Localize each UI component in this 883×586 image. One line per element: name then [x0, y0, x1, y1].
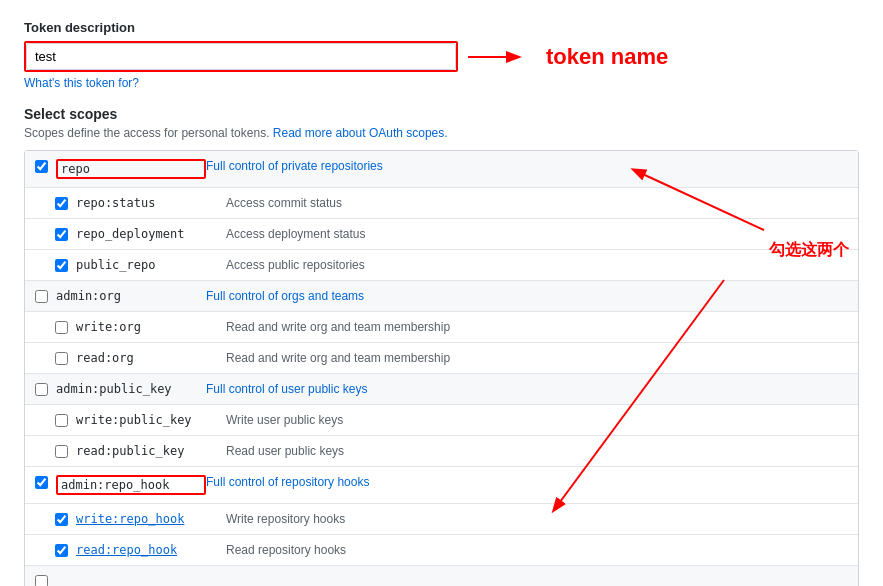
arrow-icon — [468, 42, 528, 72]
scope-row-read-public-key: read:public_key Read user public keys — [25, 436, 858, 467]
select-scopes-section: Select scopes Scopes define the access f… — [24, 106, 859, 586]
scope-name-repo: repo — [56, 159, 206, 179]
token-input-redbox — [24, 41, 458, 72]
scope-row-admin-org: admin:org Full control of orgs and teams — [25, 281, 858, 312]
scope-row-repo-status: repo:status Access commit status — [25, 188, 858, 219]
scope-name-public-repo: public_repo — [76, 258, 226, 272]
scopes-table: repo Full control of private repositorie… — [24, 150, 859, 586]
scope-checkbox-write-org[interactable] — [55, 321, 68, 334]
scope-desc-admin-public-key: Full control of user public keys — [206, 382, 848, 396]
scopes-table-container: repo Full control of private repositorie… — [24, 150, 859, 586]
scope-checkbox-public-repo[interactable] — [55, 259, 68, 272]
scope-row-write-org: write:org Read and write org and team me… — [25, 312, 858, 343]
scope-checkbox-admin-public-key[interactable] — [35, 383, 48, 396]
scope-checkbox-more[interactable] — [35, 575, 48, 586]
scope-name-repo-deployment: repo_deployment — [76, 227, 226, 241]
scope-desc-write-org: Read and write org and team membership — [226, 320, 848, 334]
scope-name-write-public-key: write:public_key — [76, 413, 226, 427]
scope-desc-read-org: Read and write org and team membership — [226, 351, 848, 365]
token-input-row: token name — [24, 41, 859, 72]
scope-checkbox-read-repo-hook[interactable] — [55, 544, 68, 557]
scope-name-write-repo-hook: write:repo_hook — [76, 512, 226, 526]
scope-desc-admin-org: Full control of orgs and teams — [206, 289, 848, 303]
scope-desc-write-repo-hook: Write repository hooks — [226, 512, 848, 526]
scope-desc-write-public-key: Write user public keys — [226, 413, 848, 427]
scope-desc-repo-status: Access commit status — [226, 196, 848, 210]
scope-checkbox-repo-status[interactable] — [55, 197, 68, 210]
scope-desc-read-repo-hook: Read repository hooks — [226, 543, 848, 557]
token-input[interactable] — [26, 43, 456, 70]
scope-row-public-repo: public_repo Access public repositories — [25, 250, 858, 281]
what-link[interactable]: What's this token for? — [24, 76, 859, 90]
main-container: Token description token name What's this… — [24, 20, 859, 586]
scope-desc-repo-deployment: Access deployment status — [226, 227, 848, 241]
oauth-link[interactable]: Read more about OAuth scopes. — [273, 126, 448, 140]
scope-name-write-org: write:org — [76, 320, 226, 334]
scope-desc-read-public-key: Read user public keys — [226, 444, 848, 458]
scope-row-read-repo-hook: read:repo_hook Read repository hooks — [25, 535, 858, 566]
scope-name-read-repo-hook: read:repo_hook — [76, 543, 226, 557]
scope-name-repo-status: repo:status — [76, 196, 226, 210]
token-description-section: Token description token name What's this… — [24, 20, 859, 90]
scopes-description: Scopes define the access for personal to… — [24, 126, 859, 140]
scope-row-repo-deployment: repo_deployment Access deployment status — [25, 219, 858, 250]
scope-checkbox-admin-repo-hook[interactable] — [35, 476, 48, 489]
scope-row-write-repo-hook: write:repo_hook Write repository hooks — [25, 504, 858, 535]
scope-desc-admin-repo-hook: Full control of repository hooks — [206, 475, 848, 489]
select-scopes-title: Select scopes — [24, 106, 859, 122]
scope-checkbox-write-repo-hook[interactable] — [55, 513, 68, 526]
token-description-label: Token description — [24, 20, 859, 35]
scope-checkbox-write-public-key[interactable] — [55, 414, 68, 427]
scope-checkbox-read-public-key[interactable] — [55, 445, 68, 458]
scope-row-write-public-key: write:public_key Write user public keys — [25, 405, 858, 436]
scope-row-more — [25, 566, 858, 586]
scope-name-admin-org: admin:org — [56, 289, 206, 303]
scope-checkbox-read-org[interactable] — [55, 352, 68, 365]
scope-desc-repo: Full control of private repositories — [206, 159, 848, 173]
scope-checkbox-admin-org[interactable] — [35, 290, 48, 303]
scope-name-read-public-key: read:public_key — [76, 444, 226, 458]
scope-row-admin-repo-hook: admin:repo_hook Full control of reposito… — [25, 467, 858, 504]
scope-row-admin-public-key: admin:public_key Full control of user pu… — [25, 374, 858, 405]
scope-name-read-org: read:org — [76, 351, 226, 365]
scope-name-admin-repo-hook: admin:repo_hook — [56, 475, 206, 495]
scope-name-admin-public-key: admin:public_key — [56, 382, 206, 396]
scope-checkbox-repo-deployment[interactable] — [55, 228, 68, 241]
scope-desc-public-repo: Access public repositories — [226, 258, 848, 272]
scope-row-read-org: read:org Read and write org and team mem… — [25, 343, 858, 374]
scope-row-repo: repo Full control of private repositorie… — [25, 151, 858, 188]
scope-checkbox-repo[interactable] — [35, 160, 48, 173]
token-annotation-text: token name — [546, 44, 668, 70]
